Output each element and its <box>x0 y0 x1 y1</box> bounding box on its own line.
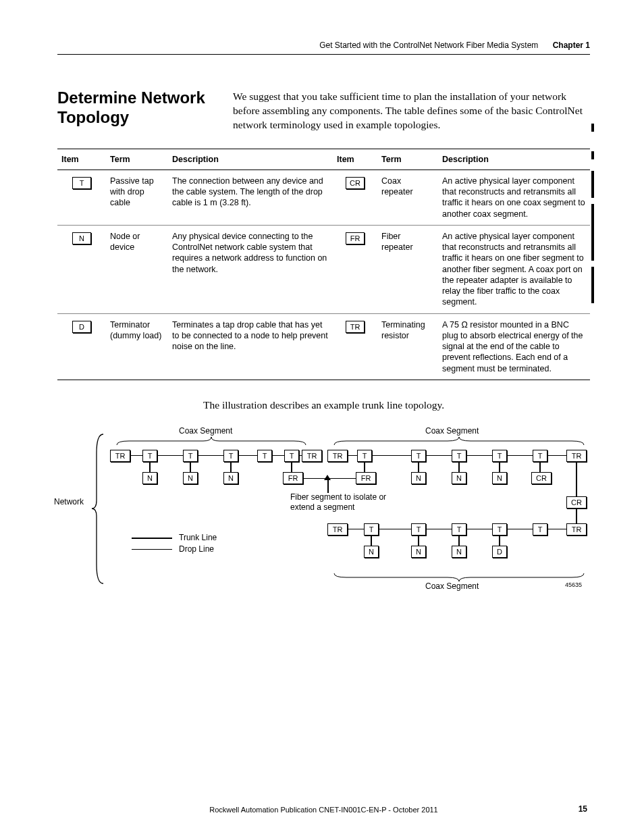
brace-icon <box>333 436 585 446</box>
term: Terminator (dummy load) <box>106 313 168 380</box>
t-box: T <box>183 450 198 462</box>
drop-line <box>149 461 151 472</box>
t-box: T <box>533 523 547 536</box>
change-bar <box>591 171 594 198</box>
desc: An active physical layer component that … <box>438 170 590 225</box>
brace-icon <box>91 433 106 585</box>
arrowhead-icon <box>324 475 331 480</box>
coax-segment-label: Coax Segment <box>179 426 232 436</box>
n-box: N <box>492 472 507 484</box>
n-box: N <box>452 546 466 558</box>
tr-box: TR <box>566 450 587 462</box>
table-row: T Passive tap with drop cable The connec… <box>57 170 590 225</box>
desc: Terminates a tap drop cable that has yet… <box>168 313 333 380</box>
page-footer: Rockwell Automation Publication CNET-IN0… <box>0 806 644 814</box>
network-label: Network <box>54 497 84 506</box>
n-box: N <box>364 546 379 558</box>
drop-line <box>458 461 460 472</box>
drop-line <box>499 535 500 546</box>
drop-line <box>458 535 460 546</box>
t-box: T <box>492 523 507 536</box>
section-heading-l1: Determine Network <box>57 88 205 107</box>
brace-icon <box>115 436 307 446</box>
footer-text: Rockwell Automation Publication CNET-IN0… <box>57 806 590 814</box>
symbol-n: N <box>72 232 91 244</box>
t-box: T <box>142 450 157 462</box>
t-box: T <box>357 450 372 462</box>
term: Node or device <box>106 225 168 313</box>
drop-line <box>539 461 541 472</box>
arrow-line <box>327 478 329 493</box>
t-box: T <box>223 450 238 462</box>
tr-box: TR <box>302 450 322 462</box>
th-desc: Description <box>438 149 590 170</box>
t-box: T <box>533 450 547 462</box>
n-box: N <box>183 472 198 484</box>
header-text: Get Started with the ControlNet Network … <box>319 41 538 50</box>
brace-icon <box>333 572 585 583</box>
coax-segment-label: Coax Segment <box>425 581 479 591</box>
term: Coax repeater <box>377 170 438 225</box>
legend-drop-line <box>132 549 172 550</box>
drop-line <box>364 461 365 472</box>
t-box: T <box>284 450 299 462</box>
t-box: T <box>452 523 466 536</box>
tr-box: TR <box>327 450 348 462</box>
n-box: N <box>411 472 426 484</box>
symbol-fr: FR <box>346 232 365 244</box>
n-box: N <box>452 472 466 484</box>
drop-line <box>291 461 292 472</box>
fiber-note-l1: Fiber segment to isolate or <box>290 492 386 502</box>
symbol-d: D <box>72 321 91 333</box>
terminology-table: Item Term Description Item Term Descript… <box>57 149 590 380</box>
t-box: T <box>364 523 379 536</box>
drop-line <box>190 461 191 472</box>
th-term: Term <box>377 149 438 170</box>
drop-line <box>418 461 419 472</box>
change-bar <box>591 124 594 132</box>
illustration-caption: The illustration describes an example tr… <box>57 399 590 411</box>
tr-box: TR <box>566 523 587 536</box>
drop-line <box>499 461 500 472</box>
fiber-note-l2: extend a segment <box>290 502 354 512</box>
t-box: T <box>452 450 466 462</box>
legend-drop-label: Drop Line <box>179 544 214 554</box>
th-desc: Description <box>168 149 333 170</box>
fr-box: FR <box>356 472 376 484</box>
change-bar <box>591 204 594 261</box>
intro-paragraph: We suggest that you take sufficient time… <box>233 88 590 132</box>
change-bar <box>591 151 594 159</box>
link-line <box>576 461 577 496</box>
section-heading-l2: Topology <box>57 108 129 126</box>
page-number: 15 <box>579 804 587 814</box>
term: Terminating resistor <box>377 313 438 380</box>
change-bar <box>591 267 594 303</box>
t-box: T <box>257 450 272 462</box>
cr-box: CR <box>531 472 552 484</box>
d-box: D <box>492 546 507 558</box>
n-box: N <box>411 546 426 558</box>
term: Passive tap with drop cable <box>106 170 168 225</box>
desc: A 75 Ω resistor mounted in a BNC plug to… <box>438 313 590 380</box>
coax-segment-label: Coax Segment <box>425 426 479 436</box>
table-row: D Terminator (dummy load) Terminates a t… <box>57 313 590 380</box>
term: Fiber repeater <box>377 225 438 313</box>
t-box: T <box>411 450 426 462</box>
n-box: N <box>142 472 157 484</box>
topology-diagram: Network Coax Segment Coax Segment Coax S… <box>57 426 591 602</box>
th-item: Item <box>333 149 377 170</box>
fiber-note: Fiber segment to isolate or extend a seg… <box>290 492 386 513</box>
drop-line <box>418 535 419 546</box>
desc: The connection between any device and th… <box>168 170 333 225</box>
th-term: Term <box>106 149 168 170</box>
t-box: T <box>492 450 507 462</box>
n-box: N <box>223 472 238 484</box>
legend-trunk-label: Trunk Line <box>179 533 217 542</box>
th-item: Item <box>57 149 106 170</box>
symbol-cr: CR <box>346 177 365 189</box>
section-heading: Determine Network Topology <box>57 88 233 132</box>
header-chapter: Chapter 1 <box>553 41 590 50</box>
symbol-tr: TR <box>346 321 365 333</box>
drop-line <box>230 461 232 472</box>
drop-line <box>371 535 372 546</box>
